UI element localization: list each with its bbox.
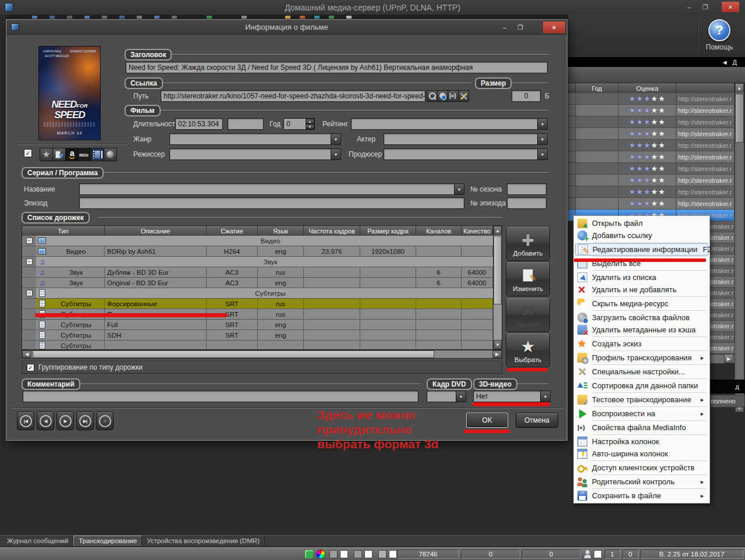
scroll-right-icon[interactable]: ▶: [724, 354, 733, 363]
nav-last-button[interactable]: ▶|: [76, 412, 94, 430]
imdb-icon[interactable]: [78, 148, 91, 161]
scrollbar-thumb[interactable]: [735, 94, 744, 143]
pin-icon[interactable]: Д: [733, 59, 737, 66]
collapse-expander-icon[interactable]: −: [26, 258, 33, 265]
scroll-right-icon[interactable]: ▶: [492, 350, 502, 358]
film-frame-icon[interactable]: [91, 148, 104, 161]
column-header-rating[interactable]: Оценка: [619, 83, 676, 93]
tracks-hscrollbar[interactable]: ◀ ▶: [22, 350, 502, 359]
nav-apply-button[interactable]: ✓: [96, 412, 113, 430]
column-header[interactable]: Каналов: [416, 226, 462, 236]
media-row-fragment[interactable]: otraker.r: [710, 343, 735, 354]
menu-item[interactable]: Удалить метаданные из кэша ►: [575, 324, 708, 336]
title-input[interactable]: Need for Speed: Жажда скорости 3Д / Need…: [126, 62, 548, 73]
column-header-blank[interactable]: [567, 83, 576, 93]
mediainfo-icon[interactable]: [448, 90, 459, 102]
menu-item[interactable]: Свойства файла MediaInfo ►: [575, 421, 708, 434]
director-dropdown[interactable]: ▼: [169, 148, 341, 160]
track-row[interactable]: − Видео: [22, 236, 493, 246]
column-header-year[interactable]: Год: [576, 83, 619, 93]
column-header[interactable]: Частота кадров: [304, 226, 360, 236]
track-row[interactable]: − Субтитры SDH SRT eng: [22, 330, 493, 341]
size-input[interactable]: 0: [512, 90, 541, 102]
search-icon[interactable]: [427, 90, 438, 102]
year-stepper[interactable]: 0 ▲▼: [283, 118, 315, 130]
media-row-fragment[interactable]: otraker.r: [710, 310, 735, 321]
episode-num-input[interactable]: [507, 197, 547, 209]
menu-item[interactable]: Сохранить в файле ►: [575, 490, 708, 502]
episode-input[interactable]: [79, 197, 464, 209]
track-row[interactable]: − Звук Дубляж - BD 3D Eur AC3 rus 6 6400…: [22, 267, 493, 278]
dialog-minimize-button[interactable]: –: [498, 22, 512, 33]
column-header[interactable]: Описание: [105, 226, 207, 236]
pin-icon[interactable]: д: [736, 383, 739, 390]
media-row[interactable]: ★★★★★ http://stereotraker.r: [567, 128, 735, 140]
media-row-fragment[interactable]: otraker.r: [710, 265, 735, 277]
column-header[interactable]: Язык: [258, 226, 304, 236]
collapse-expander-icon[interactable]: −: [26, 290, 33, 296]
dialog-maximize-button[interactable]: ❐: [513, 22, 527, 33]
video-3d-dropdown[interactable]: Нет▼: [473, 391, 551, 402]
track-row[interactable]: − Субтитры Форсированные SRT rus: [22, 299, 493, 309]
media-row[interactable]: ★★★★★ http://stereotraker.r: [567, 116, 735, 128]
nav-prev-button[interactable]: ◀: [37, 412, 54, 430]
duration-extra-input[interactable]: [228, 118, 264, 130]
nav-next-button[interactable]: ▶: [56, 412, 74, 430]
media-row-fragment[interactable]: otraker.r: [710, 288, 735, 299]
scrollbar-thumb[interactable]: [494, 236, 502, 304]
track-action-button[interactable]: Добавить: [506, 226, 550, 261]
column-header[interactable]: Сжатие: [207, 226, 258, 236]
help-button[interactable]: ? Помощь: [701, 19, 738, 54]
media-row-fragment[interactable]: otraker.r: [710, 254, 735, 265]
media-row[interactable]: ★★★★★ http://stereotraker.r: [567, 93, 735, 105]
media-row[interactable]: ★★★★★ http://stereotraker.r: [567, 163, 735, 175]
media-row-fragment[interactable]: otraker.r: [710, 321, 735, 332]
menu-item[interactable]: Скрыть медиа-ресурс ►: [575, 297, 708, 310]
media-row-fragment[interactable]: otraker.r: [710, 243, 735, 254]
track-row[interactable]: − Звук Original - BD 3D Eur AC3 eng 6 64…: [22, 278, 493, 288]
duration-input[interactable]: 02:10:53.304: [175, 118, 223, 130]
menu-item[interactable]: Удалить из списка ►: [575, 271, 708, 283]
menu-item[interactable]: Добавить ссылку ►: [575, 229, 708, 242]
media-row-fragment[interactable]: otraker.r: [710, 232, 735, 243]
media-row-fragment[interactable]: otraker.r: [710, 332, 735, 343]
serial-name-dropdown[interactable]: ▼: [79, 183, 464, 195]
menu-item[interactable]: Тестовое транскодирование ►: [575, 394, 708, 406]
maximize-button[interactable]: ❐: [698, 2, 712, 12]
scroll-up-icon[interactable]: ▲: [735, 83, 744, 93]
genre-dropdown[interactable]: ▼: [169, 133, 341, 145]
load-properties-icon[interactable]: [437, 90, 448, 102]
tab-dmr-devices[interactable]: Устройства воспроизведения (DMR): [142, 536, 264, 546]
scroll-up-icon[interactable]: ▲: [494, 226, 502, 235]
producer-dropdown[interactable]: ▼: [384, 148, 548, 160]
menu-item[interactable]: Авто-ширина колонок ►: [575, 448, 708, 460]
column-header-url[interactable]: [676, 83, 735, 93]
media-scrollbar[interactable]: ▲ ▼: [735, 83, 744, 412]
comment-input[interactable]: [23, 391, 418, 402]
actor-dropdown[interactable]: ▼: [384, 133, 548, 145]
menu-item[interactable]: Сортировка для данной папки ►: [575, 380, 708, 392]
nav-first-button[interactable]: |◀: [17, 412, 34, 430]
load-poster-icon[interactable]: [52, 148, 66, 161]
ok-button[interactable]: OK: [466, 413, 508, 428]
scrollbar-thumb[interactable]: [33, 350, 434, 358]
media-row[interactable]: ★★★★★ http://stereotraker.r: [567, 198, 735, 210]
web-icon[interactable]: [104, 148, 117, 161]
track-action-button[interactable]: Удалить: [506, 297, 550, 332]
column-header[interactable]: Тип: [22, 226, 105, 236]
media-row-fragment[interactable]: otraker.r: [710, 221, 735, 232]
menu-item[interactable]: Родительский контроль ►: [575, 476, 708, 488]
media-row[interactable]: ★★★★★ http://stereotraker.r: [567, 105, 735, 116]
tab-transcoding[interactable]: Транскодирование: [73, 536, 142, 546]
media-row[interactable]: ★★★★★ http://stereotraker.r: [567, 140, 735, 151]
poster-checkbox[interactable]: [24, 149, 32, 157]
menu-item[interactable]: Специальные настройки... ►: [575, 366, 708, 378]
collapse-arrow-icon[interactable]: ◄: [722, 59, 728, 66]
menu-item[interactable]: Удалить и не добавлять ►: [575, 283, 708, 296]
close-button[interactable]: ×: [722, 2, 739, 12]
media-row[interactable]: ★★★★★ http://stereotraker.r: [567, 186, 735, 198]
grouping-checkbox[interactable]: [27, 364, 34, 371]
track-row[interactable]: − Субтитры Full SRT eng: [22, 320, 493, 330]
collapse-expander-icon[interactable]: −: [26, 238, 33, 244]
track-row[interactable]: − Звук: [22, 257, 493, 267]
